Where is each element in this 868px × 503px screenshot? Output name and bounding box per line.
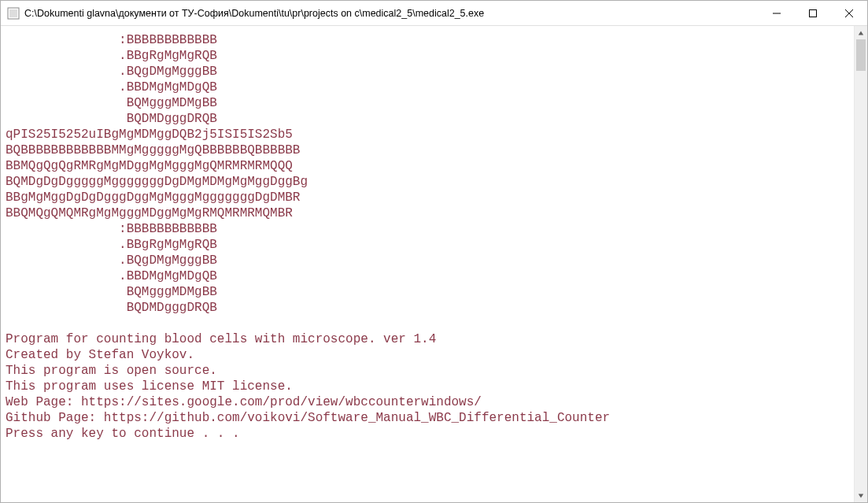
titlebar: C:\Dokumenti glavna\документи от ТУ-Софи… xyxy=(1,1,867,26)
content-area: :BBBBBBBBBBBB .BBgRgMgMgRQB .BQgDMgMgggB… xyxy=(1,26,867,502)
vertical-scrollbar[interactable] xyxy=(854,26,867,502)
console-output: :BBBBBBBBBBBB .BBgRgMgMgRQB .BQgDMgMgggB… xyxy=(1,26,854,502)
scroll-down-arrow-icon[interactable] xyxy=(855,489,867,502)
svg-marker-6 xyxy=(859,31,863,35)
window-controls xyxy=(759,1,867,25)
svg-marker-7 xyxy=(859,494,863,497)
scroll-thumb[interactable] xyxy=(856,39,866,71)
close-button[interactable] xyxy=(831,1,867,25)
scroll-up-arrow-icon[interactable] xyxy=(855,26,867,39)
minimize-button[interactable] xyxy=(759,1,795,25)
app-window: C:\Dokumenti glavna\документи от ТУ-Софи… xyxy=(0,0,868,503)
svg-rect-3 xyxy=(810,9,817,17)
maximize-button[interactable] xyxy=(795,1,831,25)
app-icon xyxy=(7,7,20,20)
svg-rect-1 xyxy=(9,9,17,17)
window-title: C:\Dokumenti glavna\документи от ТУ-Софи… xyxy=(24,8,759,19)
scroll-track[interactable] xyxy=(855,39,867,489)
